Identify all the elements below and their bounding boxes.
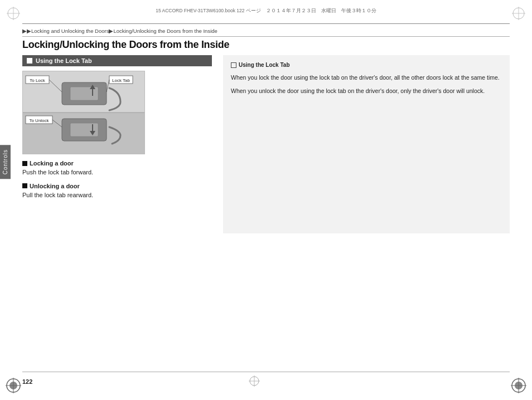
corner-tr (511, 6, 526, 22)
locking-body: Push the lock tab forward. (22, 168, 212, 177)
right-column: Using the Lock Tab When you lock the doo… (223, 55, 510, 233)
section-header-label: Using the Lock Tab (36, 57, 92, 64)
corner-br (511, 378, 526, 394)
locking-label: Locking a door (22, 160, 212, 167)
controls-tab: Controls (0, 145, 11, 179)
top-info-line: 15 ACCORD FHEV-31T3W6100.book 122 ページ ２０… (45, 8, 487, 14)
page-container: 15 ACCORD FHEV-31T3W6100.book 122 ページ ２０… (0, 0, 532, 400)
page-number: 122 (22, 378, 32, 385)
footer: 122 (22, 372, 510, 389)
section-header: Using the Lock Tab (22, 55, 212, 66)
svg-text:Lock Tab: Lock Tab (112, 78, 130, 83)
locking-square-icon (22, 161, 27, 166)
svg-text:To Lock: To Lock (30, 78, 46, 83)
header-divider (22, 23, 510, 24)
svg-rect-23 (70, 123, 98, 136)
left-column: Using the Lock Tab (22, 55, 212, 205)
breadcrumb: ▶▶Locking and Unlocking the Doors▶Lockin… (22, 28, 510, 37)
unlocking-square-icon (22, 183, 27, 188)
corner-tl (6, 6, 21, 22)
content-columns: Using the Lock Tab (22, 55, 510, 233)
right-para1: When you lock the door using the lock ta… (231, 73, 502, 82)
right-panel-header: Using the Lock Tab (231, 61, 502, 70)
unlocking-label: Unlocking a door (22, 183, 212, 189)
main-content: Locking/Unlocking the Doors from the Ins… (22, 39, 510, 372)
corner-bl (6, 378, 21, 394)
right-para2: When you unlock the door using the lock … (231, 86, 502, 96)
page-title: Locking/Unlocking the Doors from the Ins… (22, 39, 510, 51)
checkbox-icon (231, 62, 236, 68)
lock-illustration-area: To Lock Lock Tab To Unlock (22, 71, 145, 154)
right-panel-body: When you lock the door using the lock ta… (231, 73, 502, 96)
unlocking-section: Unlocking a door Pull the lock tab rearw… (22, 183, 212, 200)
lock-tab-svg: To Lock Lock Tab To Unlock (23, 71, 145, 154)
svg-text:To Unlock: To Unlock (29, 118, 49, 123)
header-square-icon (27, 58, 32, 64)
footer-center-mark (248, 374, 261, 389)
unlocking-body: Pull the lock tab rearward. (22, 191, 212, 200)
locking-section: Locking a door Push the lock tab forward… (22, 160, 212, 177)
